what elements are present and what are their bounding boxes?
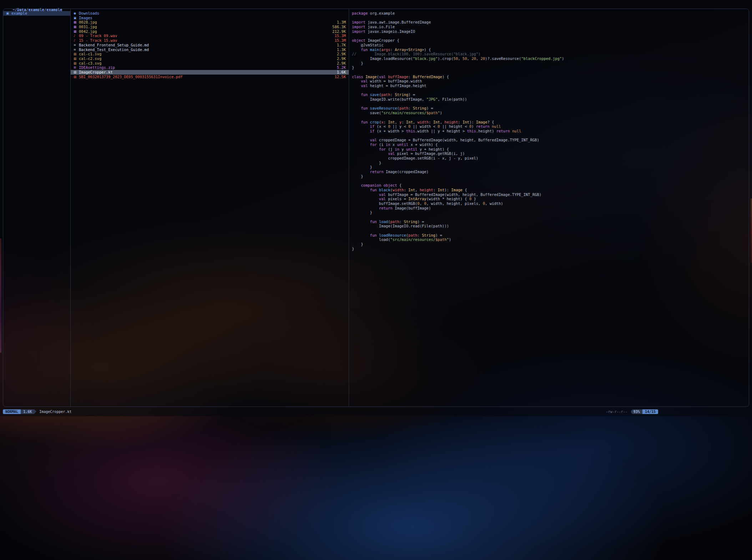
list-item[interactable]: ▥SBI_0032013739_2023_DE05_0003155631Invo…: [71, 75, 349, 79]
code-token: ) =: [427, 106, 433, 110]
folder-icon: ▣: [74, 16, 79, 20]
code-token: class: [352, 75, 363, 79]
code-line: fun black(width: Int, height: Int): Imag…: [352, 188, 749, 192]
code-line: }: [352, 165, 749, 170]
list-item[interactable]: ▣Images: [71, 16, 349, 20]
code-token: (width * height) {: [427, 197, 469, 201]
code-token: @JvmStatic: [352, 43, 384, 47]
code-token: "src/main/resources/: [390, 237, 435, 242]
code-line: ImageIO.write(buffImage, "JPG", File(pat…: [352, 97, 749, 102]
file-size: 212.9K: [332, 29, 346, 34]
code-line: save("src/main/resources/$path"): [352, 111, 749, 115]
parent-dir-item[interactable]: ▣example: [3, 11, 70, 16]
code-token: return: [370, 170, 384, 174]
code-line: Image.loadResource("black.jpg").crop(50,…: [352, 56, 749, 61]
cursor-position-badge: 14/15: [642, 409, 658, 414]
audio-file-icon: ♪: [74, 38, 79, 43]
svg-file-icon: ▧: [74, 61, 79, 66]
file-name: IDEAsettings.zip: [79, 65, 115, 70]
code-line: val croppedImage = BufferedImage(width, …: [352, 138, 749, 142]
code-line: import javax.imageio.ImageIO: [352, 29, 749, 34]
code-token: || y <: [390, 124, 409, 128]
code-token: val: [379, 75, 386, 79]
code-token: :: [390, 47, 395, 52]
code-line: package org.example: [352, 11, 749, 16]
file-name: cal-c3.svg: [79, 61, 101, 66]
file-name: 0031.jpg: [79, 25, 97, 29]
list-item[interactable]: ▦0028.jpg1.3M: [71, 20, 349, 25]
code-line: }: [352, 61, 749, 66]
code-token: $path: [427, 111, 438, 115]
list-item[interactable]: ♪09 - Track 09.wav15.3M: [71, 34, 349, 38]
code-line: if (x < 0 || y < 0 || width < 0 || heigh…: [352, 124, 749, 129]
code-token: buffImage: [388, 75, 408, 79]
code-token: String: [404, 220, 417, 224]
code-token: || width <: [410, 124, 438, 128]
code-token: croppedImage.setRGB(i - x, j - y, pixel): [352, 156, 478, 160]
list-item[interactable]: ◉Downloads: [71, 11, 349, 16]
code-token: Int: [388, 120, 395, 124]
code-token: buffImage.setRGB(: [352, 201, 417, 206]
code-token: Image.loadResource(: [352, 56, 413, 61]
code-token: , File(path)): [438, 97, 467, 101]
list-item[interactable]: ≡Backend_Test_Execution_Guide.md1.3K: [71, 47, 349, 52]
code-token: path: [408, 233, 417, 237]
yazi-frame: ▣example ◉Downloads▣Images▦0028.jpg1.3M▦…: [3, 9, 749, 407]
code-token: [352, 92, 361, 97]
code-line: [352, 215, 749, 220]
code-token: Array: [395, 47, 406, 52]
code-token: Image: [476, 120, 488, 124]
code-token: pixel = buffImage.getRGB(i, j): [395, 151, 465, 156]
list-item[interactable]: ▦0042.jpg212.9K: [71, 29, 349, 34]
code-token: [352, 183, 361, 187]
svg-file-icon: ▧: [74, 52, 79, 56]
code-line: }: [352, 65, 749, 70]
list-item[interactable]: ▤ImageCropper.kt1.6K: [71, 70, 349, 75]
code-line: load("src/main/resources/$path"): [352, 237, 749, 242]
code-token: main: [370, 47, 379, 52]
code-token: val: [379, 192, 386, 197]
list-item[interactable]: ♪15 - Track 15.wav15.3M: [71, 38, 349, 43]
code-line: }: [352, 242, 749, 247]
zip-archive-icon: ⊞: [74, 65, 79, 70]
file-size: 1.7K: [337, 43, 346, 47]
file-name: Images: [79, 16, 92, 20]
code-token: null: [492, 124, 501, 128]
code-token: ,: [413, 120, 418, 124]
code-token: if: [370, 129, 375, 133]
code-token: }: [352, 242, 363, 246]
code-token: String: [395, 92, 408, 97]
code-token: :: [384, 120, 388, 124]
code-token: loadResource: [379, 233, 406, 237]
file-name: SBI_0032013739_2023_DE05_0003155631Invoi…: [79, 75, 183, 79]
list-item[interactable]: ▧cal-c1.svg2.9K: [71, 52, 349, 56]
list-item[interactable]: ⊞IDEAsettings.zip5.2K: [71, 65, 349, 70]
code-token: , width): [485, 201, 503, 206]
terminal-window: ~/Data/example/example ▣example ◉Downloa…: [0, 0, 752, 416]
code-token: save(: [352, 111, 381, 115]
code-preview: package org.exampleimport java.awt.image…: [349, 9, 749, 407]
list-item[interactable]: ▧cal-c3.svg2.9K: [71, 61, 349, 66]
code-token: {: [397, 183, 402, 187]
image-file-icon: ▦: [74, 20, 79, 25]
code-token: {: [463, 188, 467, 192]
code-line: val width = buffImage.width: [352, 79, 749, 84]
code-line: @JvmStatic: [352, 43, 749, 47]
list-item[interactable]: ≡Backend_Frontend_Setup_Guide.md1.7K: [71, 43, 349, 47]
file-name: Backend_Frontend_Setup_Guide.md: [79, 43, 149, 47]
code-token: ,: [420, 201, 424, 206]
code-token: for: [370, 142, 377, 147]
code-token: return: [379, 206, 393, 210]
code-token: ? {: [487, 120, 494, 124]
code-token: ): [471, 124, 476, 128]
code-token: Image(ImageIO.read(File(path))): [352, 224, 449, 228]
list-item[interactable]: ▦0031.jpg586.3K: [71, 25, 349, 29]
code-line: }: [352, 161, 749, 165]
list-item[interactable]: ▧cal-c2.svg2.9K: [71, 56, 349, 61]
file-name: cal-c1.svg: [79, 52, 101, 56]
code-token: val: [379, 197, 386, 201]
file-name: 09 - Track 09.wav: [79, 34, 117, 38]
code-token: }: [352, 65, 354, 70]
file-size: 2.9K: [337, 56, 346, 61]
file-size: 15.3M: [334, 34, 346, 38]
